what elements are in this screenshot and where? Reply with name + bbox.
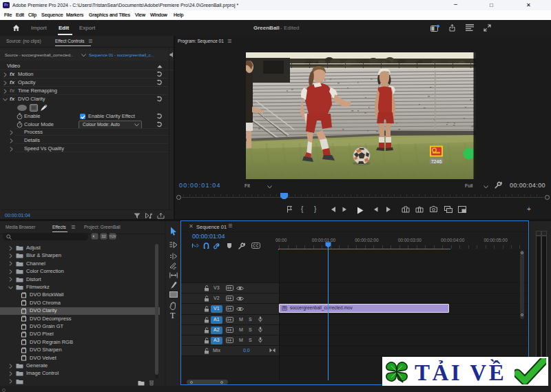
svg-text:32: 32 <box>101 234 106 238</box>
svg-text:YUV: YUV <box>109 234 116 238</box>
svg-text:7246: 7246 <box>431 159 442 164</box>
